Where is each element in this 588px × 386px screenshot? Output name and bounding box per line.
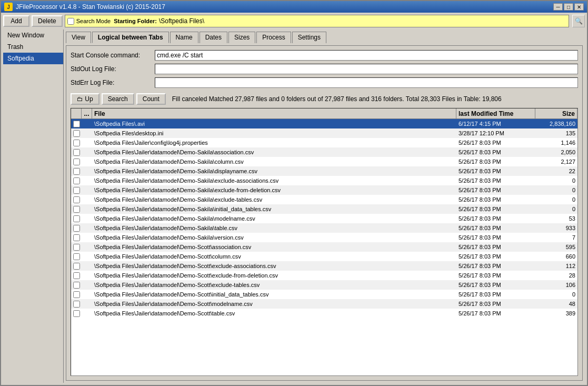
row-size: 0 [535, 186, 577, 194]
maximize-button[interactable]: □ [564, 3, 573, 11]
search-button[interactable]: Search [102, 93, 134, 105]
col-header-modified[interactable]: last Modified Time [456, 108, 535, 118]
tab-sizes[interactable]: Sizes [228, 32, 255, 43]
search-icon-button[interactable]: 🔍 [572, 15, 585, 27]
table-row[interactable]: \Softpedia Files\Jailer\datamodel\Demo-S… [71, 299, 577, 309]
row-checkbox-cell[interactable] [71, 272, 82, 280]
row-checkbox-cell[interactable] [71, 243, 82, 251]
row-file: \Softpedia Files\Jailer\datamodel\Demo-S… [92, 310, 456, 317]
table-row[interactable]: \Softpedia Files\Jailer\datamodel\Demo-S… [71, 157, 577, 166]
row-dot-cell [82, 284, 92, 285]
col-header-file[interactable]: File [92, 108, 456, 118]
tab-bar: View Logical between Tabs Name Dates Siz… [66, 32, 583, 43]
sidebar-item-softpedia[interactable]: Softpedia [3, 53, 63, 64]
col-header-dot[interactable]: ... [82, 108, 92, 118]
row-file: \Softpedia Files\Jailer\datamodel\Demo-S… [92, 224, 456, 232]
row-checkbox-cell[interactable] [71, 281, 82, 289]
row-checkbox-cell[interactable] [71, 120, 82, 128]
row-size: 2,050 [535, 149, 577, 156]
table-row[interactable]: \Softpedia Files\Jailer\datamodel\Demo-S… [71, 176, 577, 185]
row-checkbox-cell[interactable] [71, 149, 82, 156]
row-checkbox-cell[interactable] [71, 224, 82, 232]
tab-name[interactable]: Name [170, 32, 198, 43]
row-checkbox-cell[interactable] [71, 291, 82, 299]
table-row[interactable]: \Softpedia Files\Jailer\datamodel\Demo-S… [71, 166, 577, 176]
tab-process[interactable]: Process [256, 32, 291, 43]
row-dot-cell [82, 218, 92, 219]
row-checkbox-cell[interactable] [71, 310, 82, 318]
row-modified: 5/26/17 8:03 PM [456, 262, 535, 270]
close-button[interactable]: ✕ [574, 3, 584, 11]
row-dot-cell [82, 275, 92, 276]
table-row[interactable]: \Softpedia Files\Jailer\datamodel\Demo-S… [71, 223, 577, 233]
row-checkbox-cell[interactable] [71, 177, 82, 185]
tab-dates[interactable]: Dates [200, 32, 227, 43]
row-dot-cell [82, 199, 92, 200]
action-bar: 🗀 Up Search Count Fill canceled Matched … [71, 93, 578, 105]
row-file: \Softpedia Files\Jailer\datamodel\Demo-S… [92, 186, 456, 194]
tab-settings[interactable]: Settings [292, 32, 326, 43]
col-header-size[interactable]: Size [535, 108, 577, 118]
table-row[interactable]: \Softpedia Files\Jailer\datamodel\Demo-S… [71, 214, 577, 223]
count-button[interactable]: Count [136, 93, 166, 105]
col-header-check[interactable] [71, 108, 82, 118]
row-checkbox-cell[interactable] [71, 158, 82, 166]
row-file: \Softpedia Files\Jailer\datamodel\Demo-S… [92, 149, 456, 156]
file-table: ... File last Modified Time Size \Softpe… [71, 108, 578, 376]
table-row[interactable]: \Softpedia Files\.avi 6/12/17 4:15 PM 2,… [71, 119, 577, 128]
console-command-input[interactable] [155, 50, 578, 61]
table-row[interactable]: \Softpedia Files\Jailer\datamodel\Demo-S… [71, 204, 577, 214]
row-checkbox-cell[interactable] [71, 205, 82, 213]
row-checkbox-cell[interactable] [71, 215, 82, 223]
row-checkbox-cell[interactable] [71, 253, 82, 261]
delete-button[interactable]: Delete [32, 15, 63, 27]
minimize-button[interactable]: ─ [553, 3, 563, 11]
up-button[interactable]: 🗀 Up [71, 93, 99, 105]
table-row[interactable]: \Softpedia Files\Jailer\datamodel\Demo-S… [71, 290, 577, 299]
app-icon: J [4, 3, 13, 11]
table-row[interactable]: \Softpedia Files\Jailer\datamodel\Demo-S… [71, 252, 577, 261]
folder-path: \Softpedia Files\ [159, 17, 566, 25]
table-row[interactable]: \Softpedia Files\Jailer\datamodel\Demo-S… [71, 271, 577, 280]
table-row[interactable]: \Softpedia Files\Jailer\datamodel\Demo-S… [71, 309, 577, 318]
row-size: 112 [535, 262, 577, 270]
row-checkbox-cell[interactable] [71, 234, 82, 242]
row-checkbox-cell[interactable] [71, 262, 82, 270]
stdout-label: StdOut Log File: [71, 65, 155, 73]
table-row[interactable]: \Softpedia Files\Jailer\datamodel\Demo-S… [71, 147, 577, 157]
row-size: 2,127 [535, 158, 577, 165]
table-row[interactable]: \Softpedia Files\desktop.ini 3/28/17 12:… [71, 128, 577, 138]
row-checkbox-cell[interactable] [71, 167, 82, 175]
table-row[interactable]: \Softpedia Files\Jailer\datamodel\Demo-S… [71, 195, 577, 204]
table-row[interactable]: \Softpedia Files\Jailer\datamodel\Demo-S… [71, 261, 577, 271]
main-panel: View Logical between Tabs Name Dates Siz… [64, 29, 585, 383]
row-size: 1,146 [535, 139, 577, 146]
sidebar-item-new-window[interactable]: New Window [3, 29, 63, 41]
table-row[interactable]: \Softpedia Files\Jailer\datamodel\Demo-S… [71, 233, 577, 242]
stderr-input[interactable] [155, 77, 578, 88]
row-checkbox-cell[interactable] [71, 300, 82, 308]
row-checkbox-cell[interactable] [71, 196, 82, 204]
title-bar-buttons: ─ □ ✕ [553, 3, 584, 11]
row-checkbox-cell[interactable] [71, 186, 82, 194]
sidebar-item-trash[interactable]: Trash [3, 41, 63, 53]
row-size: 595 [535, 243, 577, 251]
table-row[interactable]: \Softpedia Files\Jailer\datamodel\Demo-S… [71, 242, 577, 252]
search-mode-label: Search Mode [76, 18, 111, 24]
row-dot-cell [82, 303, 92, 304]
table-row[interactable]: \Softpedia Files\Jailer\datamodel\Demo-S… [71, 280, 577, 290]
add-button[interactable]: Add [3, 15, 29, 27]
row-file: \Softpedia Files\Jailer\datamodel\Demo-S… [92, 281, 456, 289]
stderr-row: StdErr Log File: [71, 77, 578, 88]
table-row[interactable]: \Softpedia Files\Jailer\datamodel\Demo-S… [71, 185, 577, 195]
stdout-input[interactable] [155, 64, 578, 74]
tab-logical-between-tabs[interactable]: Logical between Tabs [92, 32, 169, 43]
row-checkbox-cell[interactable] [71, 130, 82, 137]
tab-view[interactable]: View [66, 32, 91, 43]
row-modified: 5/26/17 8:03 PM [456, 186, 535, 194]
row-dot-cell [82, 171, 92, 172]
search-mode-checkbox[interactable] [67, 18, 74, 25]
row-checkbox-cell[interactable] [71, 139, 82, 147]
table-row[interactable]: \Softpedia Files\Jailer\config\log4j.pro… [71, 138, 577, 147]
row-file: \Softpedia Files\Jailer\datamodel\Demo-S… [92, 205, 456, 213]
